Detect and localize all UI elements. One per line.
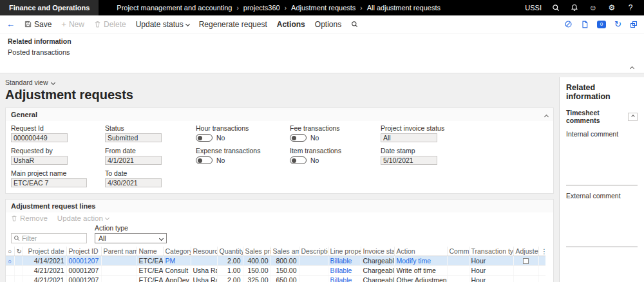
field-date-stamp: Date stamp [381, 147, 487, 165]
personalize-icon[interactable] [564, 20, 573, 28]
field-label: Project invoice status [381, 124, 487, 132]
update-action-button[interactable]: Update action [57, 214, 109, 222]
filter-input[interactable] [22, 234, 80, 242]
column-header[interactable]: Project ID [66, 247, 101, 256]
cell-link[interactable]: Billable [330, 267, 352, 274]
field-fee-transactions: Fee transactionsNo [290, 124, 377, 142]
new-button[interactable]: + New [61, 19, 84, 29]
breadcrumb-item[interactable]: Project management and accounting [117, 4, 232, 12]
breadcrumb-chevron-icon: › [236, 5, 238, 12]
field-label: From date [105, 147, 192, 155]
refresh-icon[interactable]: ↻ [614, 19, 621, 29]
view-selector[interactable]: Standard view [5, 79, 554, 86]
lines-section-header[interactable]: Adjustment request lines [6, 200, 553, 212]
toggle-switch[interactable] [290, 134, 307, 142]
table-row[interactable]: ○4/14/202100001207ETC/EAC 7PM2.00400.008… [6, 256, 545, 265]
alerts-bell-icon[interactable] [570, 3, 579, 12]
breadcrumb-chevron-icon: › [360, 5, 362, 12]
toggle-switch[interactable] [196, 134, 213, 142]
column-header[interactable]: Description [299, 247, 328, 256]
delete-button[interactable]: Delete [94, 20, 126, 29]
action-pane-right-icons: 0 ↻ [564, 19, 638, 29]
tab-actions[interactable]: Actions [277, 20, 305, 29]
save-button[interactable]: Save [24, 20, 52, 29]
table-row[interactable]: 4/21/202100001207ETC/EAC 7AppDevUsha Ra.… [6, 275, 545, 282]
field-requested-by: Requested by [11, 147, 101, 165]
cell-link[interactable]: Modify time [397, 257, 431, 265]
settings-gear-icon[interactable]: ⚙ [607, 3, 616, 12]
column-header[interactable]: Line property [328, 247, 361, 256]
update-status-button[interactable]: Update status [136, 20, 189, 29]
field-project-invoice-status: Project invoice status [381, 124, 487, 142]
column-header[interactable]: Action [394, 247, 447, 256]
collapse-action-pane-icon[interactable] [630, 62, 634, 70]
external-comment-input[interactable] [566, 201, 638, 247]
column-header[interactable]: Quantity [217, 247, 243, 256]
breadcrumb-item[interactable]: Adjustment requests [291, 4, 355, 12]
toggle-value: No [216, 156, 225, 164]
column-header[interactable]: Sales price [243, 247, 270, 256]
field-request-id: Request Id [11, 124, 101, 142]
refresh-column-header[interactable]: ↻ [14, 247, 23, 256]
collapse-panel-section-icon[interactable] [628, 113, 638, 121]
open-in-new-window-icon[interactable] [630, 21, 638, 28]
toggle-switch[interactable] [290, 156, 307, 164]
column-header[interactable]: Transaction type [469, 247, 513, 256]
column-header[interactable]: Resource... [191, 247, 217, 256]
app-name[interactable]: Finance and Operations [0, 0, 99, 15]
field-input[interactable] [381, 156, 437, 165]
column-header[interactable]: Parent name [101, 247, 137, 256]
attachments-icon[interactable]: 0 [597, 21, 606, 28]
search-icon [14, 235, 20, 241]
cell-link[interactable]: PM [166, 257, 176, 265]
trash-icon [94, 21, 101, 28]
adjustment-lines-grid: ○↻Project dateProject IDParent nameNameC… [6, 247, 545, 282]
column-header[interactable]: Invoice status [361, 247, 394, 256]
actionpane-search-icon[interactable] [351, 21, 358, 28]
help-icon[interactable]: ? [626, 3, 635, 12]
related-information-panel: Related information Timesheet comments I… [559, 77, 644, 282]
breadcrumb-item[interactable]: projects360 [243, 4, 280, 12]
general-fields: Request IdStatusHour transactionsNoFee t… [6, 121, 553, 193]
column-header[interactable]: Category [163, 247, 191, 256]
page-title: Adjustment requests [5, 88, 554, 102]
column-header[interactable]: Project date [23, 247, 66, 256]
tab-options[interactable]: Options [315, 20, 341, 29]
remove-button[interactable]: Remove [11, 214, 48, 222]
field-input[interactable] [105, 133, 162, 142]
back-button[interactable]: ← [6, 19, 15, 29]
table-row[interactable]: 4/21/202100001207ETC/EAC 7ConsultUsha Ra… [6, 265, 545, 275]
field-label: To date [105, 169, 192, 177]
cell-link[interactable]: 00001207 [69, 257, 99, 265]
company-selector[interactable]: USSI [525, 4, 542, 12]
column-header[interactable]: Comment [447, 247, 469, 256]
posted-transactions-link[interactable]: Posted transactions [8, 48, 636, 56]
column-header[interactable]: Adjusted [513, 247, 538, 256]
field-label: Request Id [11, 124, 101, 132]
toggle-switch[interactable] [196, 156, 213, 164]
overflow-menu-icon[interactable]: ⋮ [538, 247, 545, 256]
cell-link[interactable]: Billable [330, 276, 352, 282]
field-input[interactable] [11, 133, 68, 142]
field-input[interactable] [11, 156, 68, 165]
group-title: Related information [8, 37, 636, 45]
adjusted-checkbox[interactable] [523, 258, 529, 264]
grid-header-row: ○↻Project dateProject IDParent nameNameC… [6, 247, 545, 256]
field-input[interactable] [381, 133, 437, 142]
column-header[interactable]: Sales amo... [270, 247, 299, 256]
field-input[interactable] [105, 156, 162, 165]
feedback-smiley-icon[interactable]: ☺ [589, 3, 598, 12]
collapse-section-icon[interactable] [545, 111, 548, 118]
general-section-header[interactable]: General [6, 108, 553, 121]
internal-comment-input[interactable] [566, 139, 638, 185]
open-in-office-icon[interactable] [581, 21, 589, 28]
cell-link[interactable]: Billable [330, 257, 352, 265]
select-column-header[interactable]: ○ [6, 247, 14, 256]
search-icon[interactable] [551, 3, 560, 12]
field-input[interactable] [105, 178, 162, 187]
column-header[interactable]: Name [137, 247, 163, 256]
regenerate-request-button[interactable]: Regenerate request [199, 20, 267, 29]
field-input[interactable] [11, 178, 87, 187]
action-type-select[interactable]: All [95, 233, 167, 243]
breadcrumb-item[interactable]: All adjustment requests [367, 4, 440, 12]
